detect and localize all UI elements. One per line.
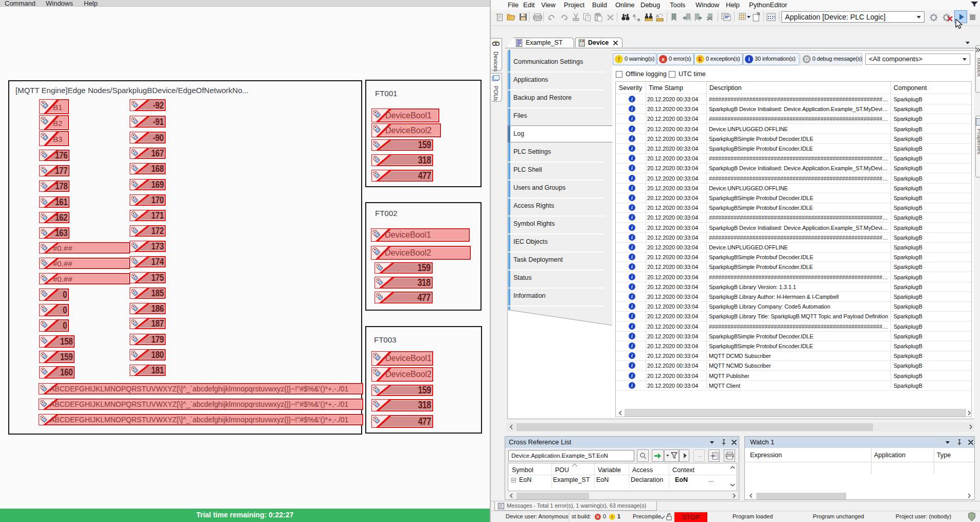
svg-text:B: B: [637, 17, 640, 22]
svg-text:A: A: [633, 13, 636, 18]
svg-text:A: A: [656, 13, 659, 19]
